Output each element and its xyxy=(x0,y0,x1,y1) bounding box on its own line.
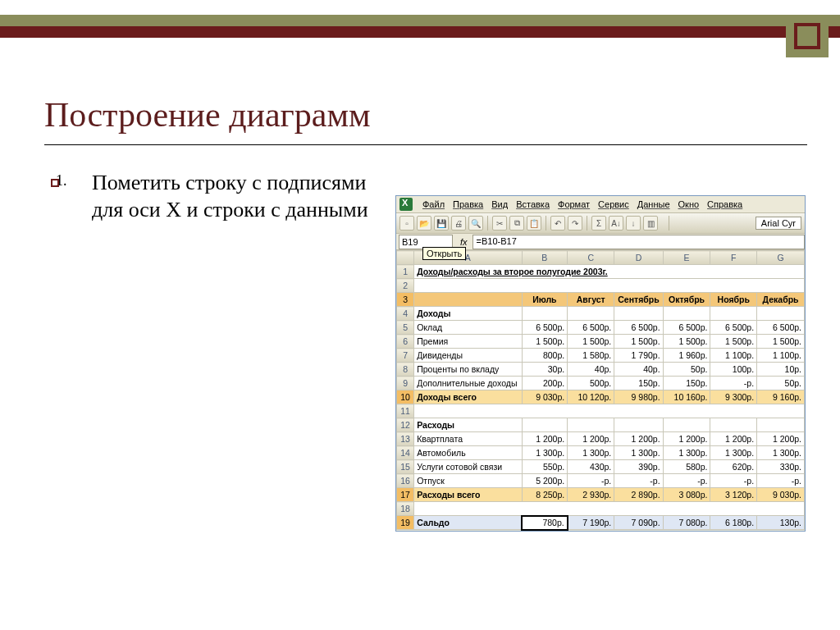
redo-icon[interactable]: ↷ xyxy=(568,216,582,231)
cell-16-0[interactable]: 5 200р. xyxy=(522,474,568,488)
row-header-19[interactable]: 19 xyxy=(397,516,414,530)
sort-desc-icon[interactable]: ↓ xyxy=(626,216,641,231)
cell-10-5[interactable]: 9 160р. xyxy=(757,390,805,404)
cell-5-4[interactable]: 6 500р. xyxy=(710,321,757,335)
cell-4-3[interactable] xyxy=(663,307,710,321)
menu-view[interactable]: Вид xyxy=(491,199,508,209)
row-header-8[interactable]: 8 xyxy=(397,363,414,377)
cell-7-3[interactable]: 1 960р. xyxy=(663,349,710,363)
cell-9-2[interactable]: 150р. xyxy=(614,377,663,390)
cell-4-0[interactable] xyxy=(522,307,568,321)
col-header-G[interactable]: G xyxy=(757,251,805,265)
undo-icon[interactable]: ↶ xyxy=(550,216,565,231)
sort-asc-icon[interactable]: A↓ xyxy=(609,216,623,231)
cell-12-2[interactable] xyxy=(614,418,663,432)
row-label-19[interactable]: Сальдо xyxy=(414,516,522,530)
cell-5-0[interactable]: 6 500р. xyxy=(522,321,568,335)
cell-15-5[interactable]: 330р. xyxy=(757,460,805,474)
cell-7-1[interactable]: 1 580р. xyxy=(568,349,614,363)
cell-10-4[interactable]: 9 300р. xyxy=(710,390,757,404)
cell-13-3[interactable]: 1 200р. xyxy=(663,432,710,446)
row-label-8[interactable]: Проценты по вкладу xyxy=(414,363,522,377)
print-preview-icon[interactable]: 🔍 xyxy=(468,216,483,231)
cell-7-4[interactable]: 1 100р. xyxy=(710,349,757,363)
cell-6-1[interactable]: 1 500р. xyxy=(568,335,614,349)
cell-16-4[interactable]: -р. xyxy=(710,474,757,488)
spreadsheet-grid[interactable]: A B C D E F G 1Доходы/расходы за второе … xyxy=(396,250,805,531)
cell-14-4[interactable]: 1 300р. xyxy=(710,446,757,460)
cell-5-5[interactable]: 6 500р. xyxy=(757,321,805,335)
cell-4-2[interactable] xyxy=(614,307,663,321)
cell-5-2[interactable]: 6 500р. xyxy=(614,321,663,335)
cell-16-5[interactable]: -р. xyxy=(757,474,805,488)
row-header-5[interactable]: 5 xyxy=(397,321,414,335)
cell-19-0[interactable]: 780р. xyxy=(522,516,568,530)
copy-icon[interactable]: ⧉ xyxy=(509,216,524,231)
cell-14-5[interactable]: 1 300р. xyxy=(757,446,805,460)
cell-16-3[interactable]: -р. xyxy=(663,474,710,488)
col-header-D[interactable]: D xyxy=(614,251,663,265)
cell-A3[interactable] xyxy=(414,293,522,307)
col-header-C[interactable]: C xyxy=(568,251,614,265)
cell-12-3[interactable] xyxy=(663,418,710,432)
cell-19-5[interactable]: 130р. xyxy=(757,516,805,530)
cell-8-3[interactable]: 50р. xyxy=(663,363,710,377)
row-label-5[interactable]: Оклад xyxy=(414,321,522,335)
menu-data[interactable]: Данные xyxy=(637,199,670,209)
row-label-10[interactable]: Доходы всего xyxy=(414,390,522,404)
cell-4-5[interactable] xyxy=(757,307,805,321)
autosum-icon[interactable]: Σ xyxy=(591,216,606,231)
select-all-corner[interactable] xyxy=(397,251,414,265)
save-icon[interactable]: 💾 xyxy=(434,216,449,231)
cell-19-2[interactable]: 7 090р. xyxy=(614,516,663,530)
cell-7-5[interactable]: 1 100р. xyxy=(757,349,805,363)
cell-10-1[interactable]: 10 120р. xyxy=(568,390,614,404)
month-header-1[interactable]: Август xyxy=(568,293,614,307)
row-label-6[interactable]: Премия xyxy=(414,335,522,349)
cell-8-1[interactable]: 40р. xyxy=(568,363,614,377)
row-label-4[interactable]: Доходы xyxy=(414,307,522,321)
row-label-9[interactable]: Дополнительные доходы xyxy=(414,377,522,390)
menu-insert[interactable]: Вставка xyxy=(516,199,550,209)
row-label-12[interactable]: Расходы xyxy=(414,418,522,432)
menu-format[interactable]: Формат xyxy=(558,199,590,209)
row-header-2[interactable]: 2 xyxy=(397,279,414,293)
row-header-1[interactable]: 1 xyxy=(397,265,414,279)
row-label-13[interactable]: Квартплата xyxy=(414,432,522,446)
cell-14-3[interactable]: 1 300р. xyxy=(663,446,710,460)
cell-blank[interactable] xyxy=(414,279,805,293)
cell-16-1[interactable]: -р. xyxy=(568,474,614,488)
cell-4-1[interactable] xyxy=(568,307,614,321)
cell-14-1[interactable]: 1 300р. xyxy=(568,446,614,460)
cell-blank-18[interactable] xyxy=(414,502,805,516)
cell-15-3[interactable]: 580р. xyxy=(663,460,710,474)
month-header-3[interactable]: Октябрь xyxy=(663,293,710,307)
cell-12-0[interactable] xyxy=(522,418,568,432)
cell-5-1[interactable]: 6 500р. xyxy=(568,321,614,335)
cell-blank-11[interactable] xyxy=(414,404,805,418)
month-header-5[interactable]: Декабрь xyxy=(757,293,805,307)
cell-6-3[interactable]: 1 500р. xyxy=(663,335,710,349)
sheet-title-cell[interactable]: Доходы/расходы за второе полугодие 2003г… xyxy=(414,265,805,279)
row-header-16[interactable]: 16 xyxy=(397,474,414,488)
cell-13-5[interactable]: 1 200р. xyxy=(757,432,805,446)
cell-12-5[interactable] xyxy=(757,418,805,432)
menu-window[interactable]: Окно xyxy=(678,199,700,209)
cell-12-1[interactable] xyxy=(568,418,614,432)
cell-17-3[interactable]: 3 080р. xyxy=(663,488,710,502)
cell-4-4[interactable] xyxy=(710,307,757,321)
row-label-14[interactable]: Автомобиль xyxy=(414,446,522,460)
cell-17-0[interactable]: 8 250р. xyxy=(522,488,568,502)
col-header-F[interactable]: F xyxy=(710,251,757,265)
cell-9-0[interactable]: 200р. xyxy=(522,377,568,390)
cell-10-0[interactable]: 9 030р. xyxy=(522,390,568,404)
cell-19-4[interactable]: 6 180р. xyxy=(710,516,757,530)
row-header-11[interactable]: 11 xyxy=(397,404,414,418)
paste-icon[interactable]: 📋 xyxy=(527,216,541,231)
new-icon[interactable]: ▫ xyxy=(399,216,414,231)
cell-13-2[interactable]: 1 200р. xyxy=(614,432,663,446)
cell-15-2[interactable]: 390р. xyxy=(614,460,663,474)
cell-10-3[interactable]: 10 160р. xyxy=(663,390,710,404)
cell-13-0[interactable]: 1 200р. xyxy=(522,432,568,446)
cell-15-1[interactable]: 430р. xyxy=(568,460,614,474)
